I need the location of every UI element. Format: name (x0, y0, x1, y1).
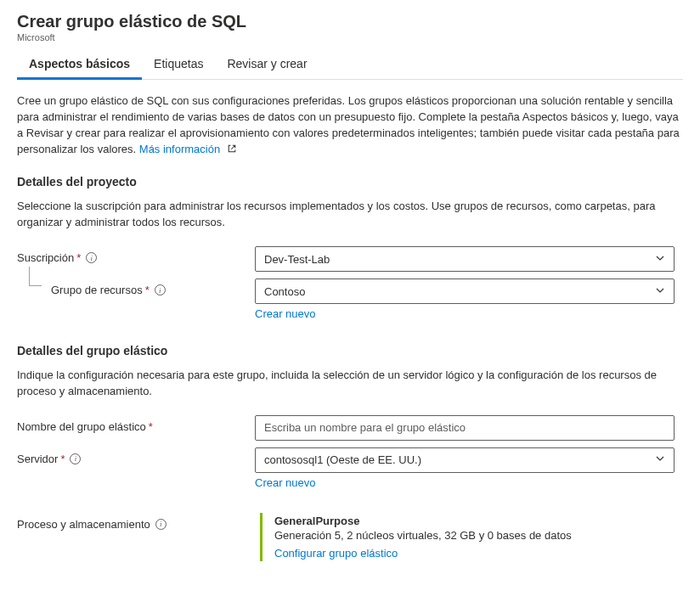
required-mark: * (149, 420, 153, 433)
pool-name-input[interactable] (255, 415, 675, 441)
subscription-value: Dev-Test-Lab (264, 253, 330, 266)
server-select[interactable]: contososql1 (Oeste de EE. UU.) (255, 447, 675, 473)
external-link-icon (227, 143, 237, 159)
pool-name-label: Nombre del grupo elástico * (17, 415, 255, 433)
compute-detail: Generación 5, 2 núcleos virtuales, 32 GB… (274, 529, 675, 542)
more-info-link[interactable]: Más información (139, 143, 220, 155)
chevron-down-icon (655, 453, 665, 466)
info-icon[interactable]: i (86, 252, 97, 263)
info-icon[interactable]: i (155, 284, 166, 295)
page-title: Crear grupo elástico de SQL (17, 12, 683, 31)
project-details-title: Detalles del proyecto (17, 175, 683, 188)
subscription-select[interactable]: Dev-Test-Lab (255, 246, 675, 272)
resource-group-label-text: Grupo de recursos (51, 284, 143, 296)
compute-storage-label: Proceso y almacenamiento i (17, 513, 255, 531)
resource-group-value: Contoso (264, 285, 305, 298)
tabs: Aspectos básicos Etiquetas Revisar y cre… (17, 49, 683, 80)
server-label-text: Servidor (17, 453, 58, 465)
tab-review[interactable]: Revisar y crear (215, 50, 319, 80)
tab-tags[interactable]: Etiquetas (142, 50, 215, 80)
tab-basics[interactable]: Aspectos básicos (17, 50, 142, 80)
required-mark: * (76, 251, 81, 264)
pool-details-title: Detalles del grupo elástico (17, 344, 683, 357)
server-value: contososql1 (Oeste de EE. UU.) (264, 453, 421, 466)
compute-tier: GeneralPurpose (274, 515, 675, 527)
chevron-down-icon (655, 253, 665, 266)
resource-group-label: Grupo de recursos * i (17, 278, 255, 296)
resource-group-select[interactable]: Contoso (255, 278, 675, 304)
create-new-server-link[interactable]: Crear nuevo (255, 476, 316, 489)
info-icon[interactable]: i (70, 453, 81, 464)
vendor-label: Microsoft (17, 32, 683, 42)
required-mark: * (60, 453, 65, 465)
server-label: Servidor * i (17, 447, 255, 465)
compute-summary: GeneralPurpose Generación 5, 2 núcleos v… (260, 513, 675, 561)
create-new-rg-link[interactable]: Crear nuevo (255, 307, 316, 320)
pool-name-label-text: Nombre del grupo elástico (17, 420, 146, 433)
subscription-label-text: Suscripción (17, 251, 74, 264)
info-icon[interactable]: i (155, 519, 167, 530)
subscription-label: Suscripción * i (17, 246, 255, 264)
project-details-desc: Seleccione la suscripción para administr… (17, 199, 683, 231)
required-mark: * (145, 284, 150, 296)
configure-pool-link[interactable]: Configurar grupo elástico (274, 547, 398, 560)
intro-text: Cree un grupo elástico de SQL con sus co… (17, 93, 683, 158)
pool-details-desc: Indique la configuración necesaria para … (17, 368, 683, 400)
chevron-down-icon (655, 285, 665, 298)
compute-storage-label-text: Proceso y almacenamiento (17, 518, 150, 531)
intro-body: Cree un grupo elástico de SQL con sus co… (17, 94, 680, 155)
